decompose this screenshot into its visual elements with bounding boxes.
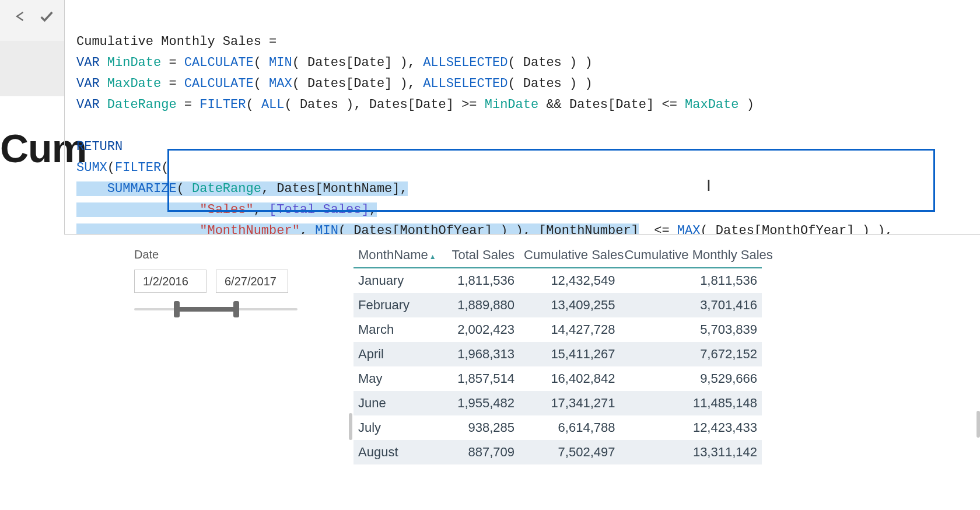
cell-month: August (354, 440, 436, 464)
fn-filter: FILTER (200, 97, 246, 112)
slider-thumb-to[interactable] (233, 301, 239, 317)
cell-cms: 9,529,666 (620, 366, 762, 391)
sort-asc-icon: ▲ (429, 253, 436, 261)
col-total-sales[interactable]: Total Sales (436, 244, 519, 268)
fn-all: ALL (261, 97, 285, 112)
cell-cum: 12,432,549 (519, 268, 620, 293)
col-cumulative-monthly-sales[interactable]: Cumulative Monthly Sales (620, 244, 762, 268)
sales-table[interactable]: MonthName▲ Total Sales Cumulative Sales … (354, 244, 762, 464)
var-keyword: VAR (76, 55, 100, 70)
date-from-input[interactable]: 1/2/2016 (134, 270, 206, 293)
table-row[interactable]: August887,7097,502,49713,311,142 (354, 440, 762, 464)
cell-month: April (354, 342, 436, 366)
fn-max: MAX (269, 76, 292, 91)
resize-handle-right[interactable] (977, 411, 980, 438)
col-monthname[interactable]: MonthName▲ (354, 244, 436, 268)
cell-cum: 7,502,497 (519, 440, 620, 464)
cell-cms: 7,672,152 (620, 342, 762, 366)
table-row[interactable]: February1,889,88013,409,2553,701,416 (354, 293, 762, 317)
cell-cum: 17,341,271 (519, 391, 620, 415)
cell-month: March (354, 317, 436, 342)
cell-total: 2,002,423 (436, 317, 519, 342)
table-row[interactable]: January1,811,53612,432,5491,811,536 (354, 268, 762, 293)
var-mindate: MinDate (107, 55, 161, 70)
text-cursor-icon: I (706, 175, 711, 196)
fn-summarize: SUMMARIZE (107, 181, 177, 196)
fn-allselected: ALLSELECTED (423, 55, 508, 70)
table-row[interactable]: May1,857,51416,402,8429,529,666 (354, 366, 762, 391)
table-header-row: MonthName▲ Total Sales Cumulative Sales … (354, 244, 762, 268)
return-keyword: RETURN (76, 139, 123, 154)
cell-cum: 14,427,728 (519, 317, 620, 342)
dax-formula-editor[interactable]: Cumulative Monthly Sales = VAR MinDate =… (64, 0, 980, 235)
date-range-slider[interactable] (134, 300, 298, 319)
cell-cum: 13,409,255 (519, 293, 620, 317)
fn-calculate: CALCULATE (184, 55, 254, 70)
slider-fill (175, 307, 237, 312)
date-to-input[interactable]: 6/27/2017 (216, 270, 288, 293)
table-row[interactable]: June1,955,48217,341,27111,485,148 (354, 391, 762, 415)
fn-min: MIN (269, 55, 292, 70)
cell-cms: 5,703,839 (620, 317, 762, 342)
cell-month: May (354, 366, 436, 391)
cell-month: July (354, 415, 436, 440)
table-row[interactable]: July938,2856,614,78812,423,433 (354, 415, 762, 440)
fn-sumx: SUMX (76, 160, 107, 175)
cell-month: February (354, 293, 436, 317)
slicer-label: Date (134, 248, 298, 261)
cell-total: 1,857,514 (436, 366, 519, 391)
cell-total: 1,889,880 (436, 293, 519, 317)
col-cumulative-sales[interactable]: Cumulative Sales (519, 244, 620, 268)
cell-cms: 1,811,536 (620, 268, 762, 293)
cell-total: 938,285 (436, 415, 519, 440)
var-daterange: DateRange (107, 97, 177, 112)
cell-cms: 12,423,433 (620, 415, 762, 440)
cell-cms: 11,485,148 (620, 391, 762, 415)
date-slicer: Date 1/2/2016 6/27/2017 (134, 248, 298, 319)
cell-month: January (354, 268, 436, 293)
cell-total: 1,811,536 (436, 268, 519, 293)
cancel-icon[interactable] (13, 8, 29, 25)
resize-handle-left[interactable] (349, 413, 352, 440)
cell-cum: 6,614,788 (519, 415, 620, 440)
cell-cum: 15,411,267 (519, 342, 620, 366)
confirm-icon[interactable] (38, 8, 55, 25)
table-row[interactable]: April1,968,31315,411,2677,672,152 (354, 342, 762, 366)
table-row[interactable]: March2,002,42314,427,7285,703,839 (354, 317, 762, 342)
equals: = (261, 34, 285, 49)
cell-cms: 13,311,142 (620, 440, 762, 464)
cell-total: 1,955,482 (436, 391, 519, 415)
formula-toolbar (0, 0, 64, 41)
cell-total: 1,968,313 (436, 342, 519, 366)
measure-name: Cumulative Monthly Sales (76, 34, 261, 49)
var-maxdate: MaxDate (107, 76, 161, 91)
cell-cum: 16,402,842 (519, 366, 620, 391)
left-tab-strip (0, 41, 64, 96)
cell-cms: 3,701,416 (620, 293, 762, 317)
cell-month: June (354, 391, 436, 415)
cell-total: 887,709 (436, 440, 519, 464)
slider-thumb-from[interactable] (174, 301, 180, 317)
